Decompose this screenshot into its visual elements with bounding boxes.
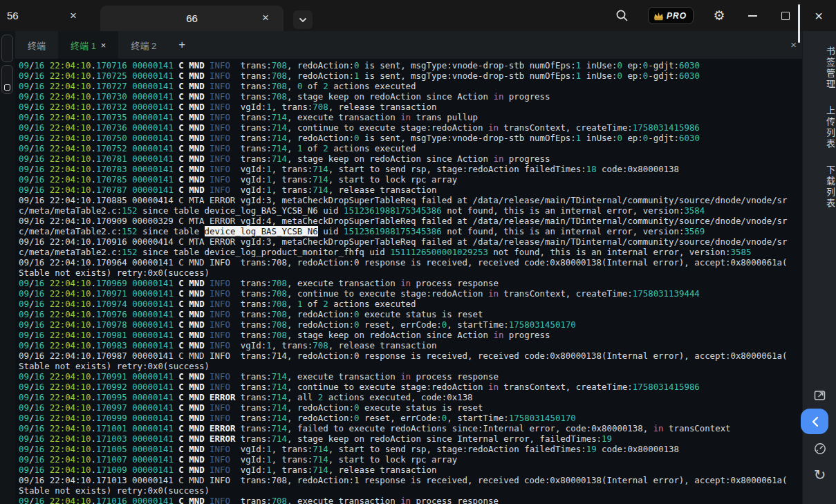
log-line: 09/16 22:04:10.170785 00000141 C MND INF… [19,174,802,185]
tab-terminal-0[interactable]: 终端 [15,31,58,59]
title-bar: 56 × 66 × PRO ⚙ × [0,0,836,31]
log-line: 09/16 22:04:10.170969 00000141 C MND INF… [19,278,802,288]
log-line: 09/16 22:04:10.170781 00000141 C MND INF… [19,153,802,164]
log-line: 09/16 22:04:10.170916 00000414 C MTA ERR… [19,236,802,247]
log-line: 09/16 22:04:10.170971 00000141 C MND INF… [19,288,802,299]
log-line: 09/16 22:04:10.171013 00000141 C MND INF… [19,475,802,485]
open-external-button[interactable] [803,389,836,401]
performance-monitor-button[interactable] [803,442,836,456]
settings-button[interactable]: ⚙ [712,8,727,24]
window-tab-56[interactable]: 56 [7,0,19,31]
log-line: 09/16 22:04:10.171001 00000141 C MND ERR… [19,423,802,433]
maximize-button[interactable] [778,8,793,24]
tab-terminal-0-label: 终端 [28,39,46,52]
window-tab-56-label: 56 [7,10,19,21]
window-tab-66-label: 66 [186,12,198,24]
log-line: 09/16 22:04:10.170783 00000141 C MND INF… [19,164,802,174]
log-line: 09/16 22:04:10.170976 00000141 C MND INF… [19,309,802,319]
log-line: 09/16 22:04:10.170716 00000141 C MND INF… [19,60,802,71]
log-line: 09/16 22:04:10.170735 00000141 C MND INF… [19,112,802,122]
log-line: Stable not exists) retry:0x0(success) [19,485,802,496]
terminal-log[interactable]: 09/16 22:04:10.170716 00000141 C MND INF… [15,59,802,504]
minimize-icon [748,15,757,17]
left-edge-strip [0,31,15,504]
highlighted-match: device_log_BAS_YCSB_N6 [205,226,318,236]
log-line: 09/16 22:04:10.170987 00000141 C MND INF… [19,351,802,361]
log-line: 09/16 22:04:10.170992 00000141 C MND INF… [19,382,802,392]
log-line: 09/16 22:04:10.170978 00000141 C MND INF… [19,319,802,330]
window-tab-56-close-icon[interactable]: × [66,9,80,23]
log-line: 09/16 22:04:10.170995 00000141 C MND ERR… [19,392,802,402]
log-line: 09/16 22:04:10.171007 00000141 C MND INF… [19,454,802,465]
log-line: 09/16 22:04:10.170997 00000141 C MND INF… [19,402,802,413]
add-terminal-button[interactable]: + [169,38,195,52]
monitor-icon [813,442,827,456]
export-icon [814,389,826,401]
tab-terminal-1-label: 终端 1 [71,39,96,52]
log-line: 09/16 22:04:10.170885 00000414 C MTA ERR… [19,195,802,205]
tab-terminal-2[interactable]: 终端 2 [118,31,169,59]
log-line: 09/16 22:04:10.171009 00000141 C MND INF… [19,465,802,475]
window-tab-66[interactable]: 66 × [100,6,284,31]
tab-terminal-1[interactable]: 终端 1 × [58,31,118,59]
panel-close-icon[interactable]: × [790,39,797,50]
log-line: 09/16 22:04:10.170752 00000141 C MND INF… [19,143,802,153]
refresh-button[interactable]: ↻ [803,467,836,483]
log-line: 09/16 22:04:10.171016 00000141 C MND INF… [19,496,802,504]
log-line: 09/16 22:04:10.171003 00000141 C MND ERR… [19,433,802,444]
log-line: 09/16 22:04:10.170974 00000141 C MND INF… [19,299,802,309]
maximize-icon [781,12,790,20]
log-line: 09/16 22:04:10.170964 00000141 C MND INF… [19,257,802,268]
log-line: c/meta/metaTable2.c:152 since table devi… [19,247,802,257]
terminal-tab-bar: 终端 终端 1 × 终端 2 + × [15,31,802,59]
sidebar-item-upload-list[interactable]: 上传列表 [803,106,836,150]
log-line: c/meta/metaTable2.c:152 since table devi… [19,205,802,216]
chevron-left-icon [811,416,819,427]
tab-terminal-1-close-icon[interactable]: × [101,40,106,50]
log-line: 09/16 22:04:10.170730 00000141 C MND INF… [19,91,802,102]
log-line: 09/16 22:04:10.170991 00000141 C MND INF… [19,371,802,382]
sidebar-item-download-list[interactable]: 下载列表 [803,165,836,209]
log-line: 09/16 22:04:10.170750 00000141 C MND INF… [19,133,802,143]
pro-badge[interactable]: PRO [648,7,694,24]
tab-terminal-2-label: 终端 2 [131,39,156,52]
log-line: 09/16 22:04:10.170732 00000141 C MND INF… [19,102,802,112]
sidebar-item-bookmarks[interactable]: 书签管理 [803,46,836,91]
log-line: 09/16 22:04:10.170727 00000141 C MND INF… [19,81,802,91]
log-line: 09/16 22:04:10.170981 00000141 C MND INF… [19,330,802,340]
log-line: Stable not exists) retry:0x0(success) [19,361,802,371]
log-line: c/meta/metaTable2.c:152 since table devi… [19,226,802,236]
log-line: 09/16 22:04:10.170725 00000141 C MND INF… [19,71,802,81]
minimize-button[interactable] [745,8,760,24]
window-close-button[interactable]: × [811,8,826,24]
window-tab-66-close-icon[interactable]: × [259,11,272,25]
tab-list-dropdown-button[interactable] [293,10,313,29]
log-line: 09/16 22:04:10.170983 00000141 C MND INF… [19,340,802,351]
crown-icon [653,11,665,21]
log-line: Stable not exists) retry:0x0(success) [19,268,802,278]
log-line: 09/16 22:04:10.170999 00000141 C MND INF… [19,413,802,423]
terminal-mini-icon [4,84,10,91]
chevron-down-icon [299,17,307,23]
right-sidebar: 书签管理 上传列表 下载列表 ↻ [802,31,836,504]
log-line: 09/16 22:04:10.170909 00000329 C MTA ERR… [19,216,802,226]
log-line: 09/16 22:04:10.170736 00000141 C MND INF… [19,122,802,133]
collapse-sidebar-button[interactable] [801,409,828,434]
log-line: 09/16 22:04:10.170787 00000141 C MND INF… [19,185,802,195]
log-line: 09/16 22:04:10.171005 00000141 C MND INF… [19,444,802,454]
search-icon [615,9,629,22]
pro-badge-label: PRO [667,11,687,21]
search-button[interactable] [615,8,630,24]
left-collapsed-terminal-button[interactable] [1,65,13,94]
scrollbar-thumb[interactable] [798,4,800,43]
left-collapsed-panel-button[interactable] [1,35,13,62]
